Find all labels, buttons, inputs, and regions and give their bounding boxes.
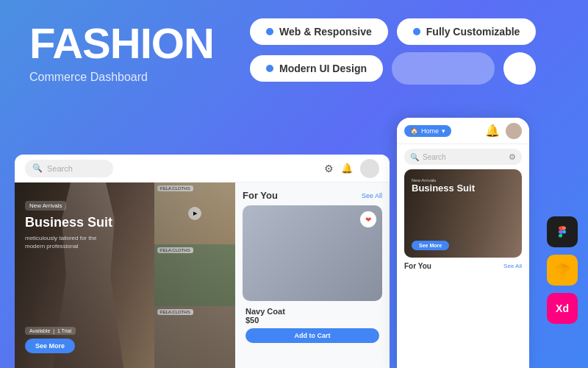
xd-label: Xd xyxy=(556,302,569,314)
mobile-for-you-title: For You xyxy=(404,262,431,270)
search-placeholder: Search xyxy=(47,164,73,173)
for-you-title: For You xyxy=(243,190,278,201)
figma-icon xyxy=(547,216,578,247)
bell-icon[interactable]: 🔔 xyxy=(341,163,353,174)
mobile-for-you: For You See All xyxy=(397,262,529,270)
mobile-filter-icon[interactable]: ⚙ xyxy=(509,152,516,162)
background: FASHION Commerce Dashboard Web & Respons… xyxy=(0,0,588,368)
mobile-for-you-see-all[interactable]: See All xyxy=(503,263,522,269)
badge-circle xyxy=(503,52,536,85)
see-more-button[interactable]: See More xyxy=(25,339,75,353)
mobile-banner-tag: New Arrivals xyxy=(412,178,475,183)
badge-web-responsive: Web & Responsive xyxy=(250,18,388,45)
app-subtitle: Commerce Dashboard xyxy=(29,71,214,84)
badge-dot xyxy=(266,28,273,35)
card-info: Navy Coat $50 Add to Cart xyxy=(243,307,382,343)
xd-icon: Xd xyxy=(547,293,578,324)
badge-row-2: Modern UI Design xyxy=(250,52,536,85)
badge-modern-ui: Modern UI Design xyxy=(250,55,383,82)
dropdown-icon: ▾ xyxy=(442,127,445,135)
badge-modern-ui-label: Modern UI Design xyxy=(279,63,367,74)
home-icon: 🏠 xyxy=(410,127,418,135)
header-icons: ⚙ 🔔 xyxy=(324,159,379,178)
for-you-card: ❤ xyxy=(243,205,382,301)
mobile-nav: 🏠 Home ▾ 🔔 xyxy=(397,118,529,144)
mobile-bell-icon: 🔔 xyxy=(485,124,500,138)
main-banner: New Arrivals Business Suit meticulously … xyxy=(15,183,235,368)
avatar xyxy=(360,159,379,178)
mobile-banner-text: New Arrivals Business Suit xyxy=(412,178,475,194)
badge-dot-2 xyxy=(413,28,420,35)
screens-area: 🔍 Search ⚙ 🔔 New Arr xyxy=(0,118,588,368)
badges-area: Web & Responsive Fully Customizable Mode… xyxy=(250,18,536,85)
home-label: Home xyxy=(421,127,439,135)
mobile-search-bar[interactable]: 🔍 Search ⚙ xyxy=(404,149,522,165)
filter-icon[interactable]: ⚙ xyxy=(324,163,334,174)
mobile-home-button[interactable]: 🏠 Home ▾ xyxy=(404,125,451,137)
card-price: $50 xyxy=(245,316,379,325)
tool-icons: Xd xyxy=(547,216,578,324)
badge-row-1: Web & Responsive Fully Customizable xyxy=(250,18,536,45)
right-panel: For You See All ❤ Navy Coat $50 Add to C… xyxy=(235,183,390,368)
banner-description: meticulously tailored for the modern pro… xyxy=(25,234,113,250)
card-name: Navy Coat xyxy=(245,307,379,316)
title-area: FASHION Commerce Dashboard xyxy=(29,22,214,84)
badge-empty xyxy=(392,52,495,85)
sketch-icon xyxy=(547,255,578,286)
mobile-screen: 🏠 Home ▾ 🔔 🔍 Search ⚙ New Arrivals xyxy=(397,118,529,368)
desktop-screen: 🔍 Search ⚙ 🔔 New Arr xyxy=(15,155,390,368)
search-icon: 🔍 xyxy=(32,163,43,173)
heart-icon[interactable]: ❤ xyxy=(360,211,376,227)
available-text: Available xyxy=(29,328,50,333)
trial-text: 1 Trial xyxy=(57,328,71,333)
badge-fully-customizable-label: Fully Customizable xyxy=(426,26,520,38)
for-you-section-title: For You See All xyxy=(243,190,382,201)
banner-text: New Arrivals Business Suit meticulously … xyxy=(25,197,113,250)
badge-web-responsive-label: Web & Responsive xyxy=(279,26,372,38)
screen-content: New Arrivals Business Suit meticulously … xyxy=(15,183,390,368)
search-bar[interactable]: 🔍 Search xyxy=(25,160,113,177)
badge-dot-3 xyxy=(266,65,273,72)
mobile-nav-icons: 🔔 xyxy=(485,123,522,139)
mobile-banner: New Arrivals Business Suit See More xyxy=(404,169,522,258)
app-title: FASHION xyxy=(29,22,214,65)
for-you-see-all[interactable]: See All xyxy=(362,192,382,199)
mobile-banner-title: Business Suit xyxy=(412,183,475,194)
banner-tag: New Arrivals xyxy=(25,201,66,210)
svg-marker-3 xyxy=(554,267,570,277)
mobile-search-placeholder: Search xyxy=(423,153,446,161)
mobile-avatar xyxy=(506,123,522,139)
add-to-cart-button[interactable]: Add to Cart xyxy=(245,328,379,343)
mobile-see-more-button[interactable]: See More xyxy=(412,241,449,250)
available-badge: Available | 1 Trial xyxy=(25,327,76,335)
banner-title: Business Suit xyxy=(25,215,113,231)
screen-header: 🔍 Search ⚙ 🔔 xyxy=(15,155,390,183)
mobile-for-you-header: For You See All xyxy=(404,262,522,270)
mobile-search-icon: 🔍 xyxy=(410,153,419,161)
badge-fully-customizable: Fully Customizable xyxy=(397,18,537,45)
